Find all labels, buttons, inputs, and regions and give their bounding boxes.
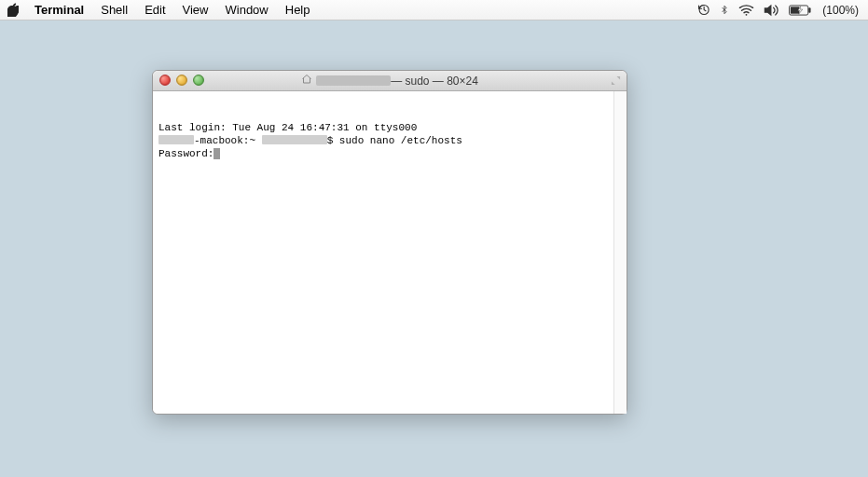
bluetooth-icon[interactable] xyxy=(720,0,729,20)
apple-menu-icon[interactable] xyxy=(0,3,26,17)
terminal-body[interactable]: Last login: Tue Aug 24 16:47:31 on ttys0… xyxy=(153,91,627,414)
menubar: Terminal Shell Edit View Window Help (10… xyxy=(0,0,868,20)
scrollbar[interactable] xyxy=(613,91,627,414)
cursor xyxy=(214,148,220,159)
prompt-mid: -macbook:~ xyxy=(194,135,262,146)
menubar-right: (100%) xyxy=(696,0,868,20)
battery-text: (100%) xyxy=(820,4,859,17)
svg-rect-3 xyxy=(791,7,799,13)
traffic-lights xyxy=(159,75,204,86)
menu-view[interactable]: View xyxy=(174,3,217,17)
expand-icon[interactable] xyxy=(611,75,621,89)
battery-icon[interactable] xyxy=(789,0,811,20)
titlebar[interactable]: — sudo — 80×24 xyxy=(153,71,627,91)
menu-edit[interactable]: Edit xyxy=(136,3,173,17)
home-proxy-icon xyxy=(301,74,312,88)
wifi-icon[interactable] xyxy=(738,0,754,20)
last-login-line: Last login: Tue Aug 24 16:47:31 on ttys0… xyxy=(158,122,417,133)
zoom-button[interactable] xyxy=(193,75,204,86)
prompt-command: $ sudo nano /etc/hosts xyxy=(327,135,462,146)
close-button[interactable] xyxy=(159,75,171,86)
menu-window[interactable]: Window xyxy=(217,3,277,17)
password-label: Password: xyxy=(158,148,214,159)
volume-icon[interactable] xyxy=(764,0,779,20)
prompt-redacted-user xyxy=(158,135,194,144)
title-redacted xyxy=(316,75,391,86)
prompt-redacted-2 xyxy=(262,135,327,144)
svg-rect-4 xyxy=(809,7,811,13)
terminal-window: — sudo — 80×24 Last login: Tue Aug 24 16… xyxy=(152,70,627,415)
menu-shell[interactable]: Shell xyxy=(92,3,136,17)
svg-point-1 xyxy=(746,14,748,16)
minimize-button[interactable] xyxy=(176,75,187,86)
menu-help[interactable]: Help xyxy=(277,3,319,17)
time-machine-icon[interactable] xyxy=(696,0,710,20)
app-name[interactable]: Terminal xyxy=(26,3,92,17)
window-title: — sudo — 80×24 xyxy=(391,75,478,88)
